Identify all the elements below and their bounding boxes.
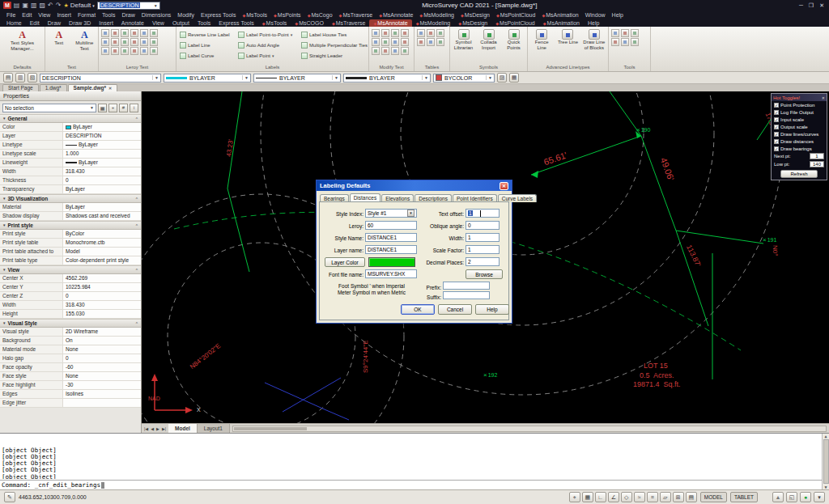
- layer-color-button[interactable]: Layer Color: [325, 257, 365, 267]
- text-offset-field[interactable]: 1: [466, 209, 500, 218]
- command-input[interactable]: Command: _cnf_edit_bearings: [0, 480, 822, 489]
- section-header[interactable]: ▼ General ⌃: [0, 114, 141, 123]
- tablet-toggle[interactable]: TABLET: [730, 492, 758, 502]
- quick-select-icon[interactable]: ▦: [98, 104, 107, 112]
- text-button[interactable]: A Text: [47, 28, 71, 47]
- property-value[interactable]: None: [63, 345, 141, 354]
- color-picker-icon[interactable]: ▨: [497, 73, 507, 83]
- open-file-icon[interactable]: ▣: [22, 2, 28, 10]
- property-value[interactable]: Shadows cast and received: [63, 212, 141, 220]
- tables-tool-icon[interactable]: [436, 29, 444, 37]
- prefix-field[interactable]: [443, 282, 490, 290]
- menu-item[interactable]: MsAnnotate: [376, 12, 416, 18]
- property-row[interactable]: Print table type Color-dependent print s…: [0, 256, 141, 265]
- linetype-combobox[interactable]: BYLAYER ▼: [253, 74, 341, 83]
- menu-item[interactable]: Help: [609, 12, 627, 18]
- menu-item[interactable]: MsTraverse: [336, 12, 376, 18]
- property-value[interactable]: -30: [63, 381, 141, 389]
- modify-text-tool-icon[interactable]: [391, 29, 399, 37]
- width-field[interactable]: 1: [466, 233, 500, 242]
- property-row[interactable]: Center Y 10225.984: [0, 283, 141, 292]
- hot-toggle-item[interactable]: ✓ Point Protection: [772, 101, 827, 108]
- drawing-canvas[interactable]: 65.61'49.06'113.87'17.9'EN0°LOT 150.5 Ac…: [142, 91, 829, 433]
- property-row[interactable]: Face opacity -60: [0, 363, 141, 372]
- modify-text-tool-icon[interactable]: [381, 47, 389, 55]
- ribbon-group-label[interactable]: Tools: [609, 64, 650, 71]
- leroy-tool-icon[interactable]: [140, 47, 148, 55]
- hot-toggles-titlebar[interactable]: Hot Toggles! ✕: [772, 94, 827, 101]
- property-value[interactable]: Model: [63, 248, 141, 256]
- ribbon-group-label[interactable]: Symbols: [450, 64, 527, 71]
- property-row[interactable]: Visual style 2D Wireframe: [0, 328, 141, 337]
- leroy-tool-icon[interactable]: [150, 29, 158, 37]
- layout-tab[interactable]: Layout1: [198, 424, 230, 433]
- property-row[interactable]: Width 318.430: [0, 301, 141, 310]
- tables-tool-icon[interactable]: [436, 38, 444, 46]
- ribbon-tab[interactable]: Output: [168, 19, 193, 27]
- checkbox[interactable]: ✓: [774, 103, 779, 108]
- close-button[interactable]: ✕: [819, 2, 824, 9]
- checkbox[interactable]: ✓: [774, 139, 779, 144]
- property-value[interactable]: 0: [63, 292, 141, 300]
- menu-item[interactable]: View: [35, 12, 53, 18]
- ribbon-tab[interactable]: Help: [584, 19, 603, 27]
- layer-previous-icon[interactable]: ▧: [28, 73, 37, 83]
- low-pt-field[interactable]: 140: [810, 161, 824, 167]
- checkbox[interactable]: ✓: [774, 110, 779, 115]
- symbols-tool-button[interactable]: Symbol Librarian: [452, 28, 475, 51]
- leroy-tool-icon[interactable]: [101, 47, 109, 55]
- lineweight-combobox[interactable]: BYLAYER ▼: [343, 74, 431, 83]
- decimal-places-field[interactable]: 2: [466, 257, 500, 266]
- dialog-tab[interactable]: Distances: [350, 193, 381, 201]
- hot-toggle-item[interactable]: ✓ Input scale: [772, 116, 827, 123]
- text-styles-manager-button[interactable]: A Text Styles Manager...: [2, 28, 43, 52]
- property-row[interactable]: Lineweight ByLayer: [0, 159, 141, 167]
- tools-tool-icon[interactable]: [611, 38, 619, 46]
- leroy-tool-icon[interactable]: [140, 29, 148, 37]
- property-row[interactable]: Linetype scale 1.000: [0, 150, 141, 159]
- label-tool-button[interactable]: Label Line▾: [178, 40, 236, 50]
- tables-tool-icon[interactable]: [427, 29, 435, 37]
- minimize-button[interactable]: ─: [799, 2, 803, 9]
- property-row[interactable]: Color ByLayer: [0, 123, 141, 132]
- property-value[interactable]: ByLayer: [63, 141, 141, 149]
- ribbon-tab[interactable]: Insert: [95, 19, 117, 27]
- dynamic-input-toggle-icon[interactable]: ⊞: [673, 492, 684, 502]
- hot-toggle-item[interactable]: ✓ Output scale: [772, 123, 827, 130]
- tables-tool-icon[interactable]: [417, 29, 425, 37]
- section-header[interactable]: ▼ 3D Visualization ⌃: [0, 194, 141, 203]
- linetype-tool-button[interactable]: Draw Line of Blocks: [582, 28, 606, 51]
- print-icon[interactable]: ▨: [40, 2, 46, 10]
- app-icon[interactable]: M: [3, 2, 11, 9]
- ribbon-tab[interactable]: Annotate: [117, 19, 148, 27]
- layout-tab[interactable]: Model: [168, 424, 198, 433]
- label-tool-button[interactable]: Label Point▾: [236, 50, 300, 61]
- ribbon-tab[interactable]: MsModeling: [412, 19, 455, 27]
- printstyle-combobox[interactable]: BYCOLOR ▼: [433, 74, 495, 83]
- leroy-tool-icon[interactable]: [111, 29, 119, 37]
- ribbon-tab[interactable]: View: [148, 19, 168, 27]
- selection-combobox[interactable]: No selection ▼: [2, 104, 96, 112]
- menu-item[interactable]: File: [3, 12, 19, 18]
- property-row[interactable]: Material mode None: [0, 345, 141, 354]
- hot-toggle-item[interactable]: ✓ Draw bearings: [772, 145, 827, 152]
- ribbon-tab[interactable]: Home: [2, 19, 26, 27]
- ribbon-group-label[interactable]: Advanced Linetypes: [528, 64, 608, 71]
- modify-text-tool-icon[interactable]: [381, 29, 389, 37]
- tools-tool-icon[interactable]: [611, 29, 619, 37]
- label-tool-button[interactable]: Auto Add Angle▾: [236, 40, 300, 50]
- linetype-tool-button[interactable]: Fence Line: [529, 28, 554, 51]
- property-value[interactable]: DESCRIPTION: [63, 132, 141, 140]
- ribbon-group-label[interactable]: Modify Text: [369, 64, 414, 71]
- modify-text-tool-icon[interactable]: [401, 29, 409, 37]
- horizontal-scrollbar[interactable]: [232, 426, 827, 432]
- property-value[interactable]: None: [63, 372, 141, 380]
- property-row[interactable]: Shadow display Shadows cast and received: [0, 212, 141, 221]
- ribbon-tab[interactable]: Tools: [193, 19, 215, 27]
- property-value[interactable]: ByLayer: [63, 123, 141, 131]
- layer-combobox[interactable]: DESCRIPTION ▼: [40, 74, 161, 83]
- grid-toggle-icon[interactable]: ▦: [582, 492, 593, 502]
- label-tool-button[interactable]: Reverse Line Label▾: [178, 29, 236, 40]
- annotation-scale-icon[interactable]: ▲: [772, 492, 784, 502]
- model-space-toggle[interactable]: MODEL: [700, 492, 727, 502]
